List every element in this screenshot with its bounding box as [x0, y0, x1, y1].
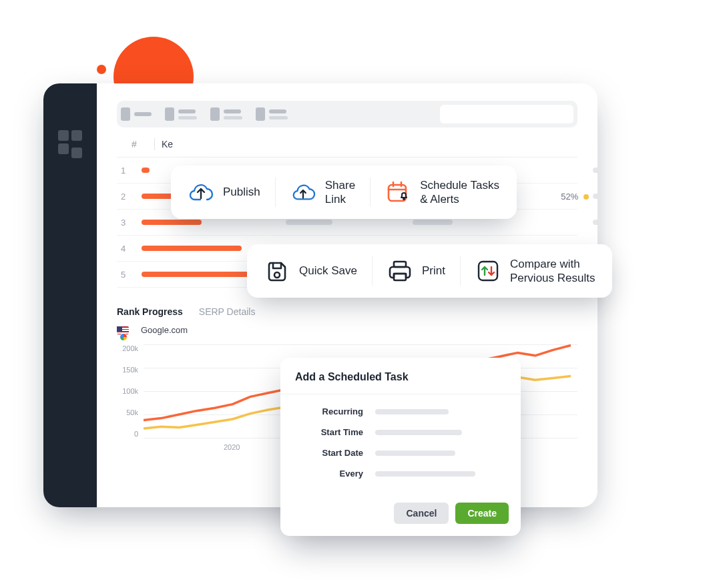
form-label: Start Time — [295, 427, 375, 437]
share-link-label: Share Link — [325, 178, 355, 207]
modal-title: Add a Scheduled Task — [280, 358, 521, 394]
col-keyword: Ke — [162, 139, 173, 150]
svg-point-2 — [274, 272, 280, 278]
compare-icon — [475, 258, 501, 284]
quick-save-button[interactable]: Quick Save — [264, 258, 357, 284]
toolbar-placeholder — [117, 101, 577, 127]
row-index: 3 — [121, 218, 126, 228]
form-field-placeholder[interactable] — [375, 451, 455, 456]
tab-serp-details[interactable]: SERP Details — [199, 306, 256, 317]
chart-source: Google.com — [117, 325, 577, 335]
dashboard-icon[interactable] — [58, 130, 82, 154]
calendar-bell-icon — [385, 180, 411, 205]
row-percent: 52% — [539, 192, 593, 202]
svg-rect-4 — [394, 274, 406, 280]
create-button[interactable]: Create — [455, 503, 509, 524]
form-field-placeholder[interactable] — [375, 471, 475, 477]
cancel-button[interactable]: Cancel — [394, 503, 449, 524]
decorative-circle-small — [97, 65, 106, 74]
table-header: # Ke — [117, 127, 577, 158]
col-index: # — [121, 139, 148, 150]
form-label: Recurring — [295, 406, 375, 416]
row-index: 2 — [121, 192, 126, 202]
action-card-top: Publish Share Link Schedule Tasks & Aler… — [171, 166, 517, 219]
form-field-placeholder[interactable] — [375, 430, 462, 435]
form-label: Start Date — [295, 448, 375, 458]
cloud-upload-icon — [188, 180, 214, 205]
floppy-icon — [264, 258, 290, 284]
print-button[interactable]: Print — [387, 258, 445, 284]
tab-rank-progress[interactable]: Rank Progress — [117, 306, 183, 317]
search-placeholder[interactable] — [440, 105, 573, 123]
svg-point-1 — [403, 198, 405, 200]
form-field-placeholder[interactable] — [375, 409, 449, 414]
svg-rect-5 — [479, 262, 497, 280]
scheduled-task-modal: Add a Scheduled Task RecurringStart Time… — [280, 358, 521, 536]
action-card-bottom: Quick Save Print Compare with Pervious R… — [247, 244, 612, 298]
schedule-button[interactable]: Schedule Tasks & Alerts — [385, 178, 499, 207]
publish-button[interactable]: Publish — [188, 180, 260, 205]
row-index: 1 — [121, 166, 126, 176]
chart-source-label: Google.com — [141, 325, 188, 335]
sidebar — [43, 83, 97, 507]
schedule-label: Schedule Tasks & Alerts — [420, 178, 499, 207]
chart-tabs: Rank Progress SERP Details — [117, 306, 577, 317]
google-icon — [119, 333, 128, 341]
compare-label: Compare with Pervious Results — [510, 257, 595, 286]
printer-icon — [387, 258, 413, 284]
row-index: 5 — [121, 270, 126, 280]
form-label: Every — [295, 469, 375, 479]
share-link-button[interactable]: Share Link — [290, 178, 355, 207]
row-index: 4 — [121, 244, 126, 254]
cloud-share-icon — [290, 180, 316, 205]
compare-button[interactable]: Compare with Pervious Results — [475, 257, 595, 286]
